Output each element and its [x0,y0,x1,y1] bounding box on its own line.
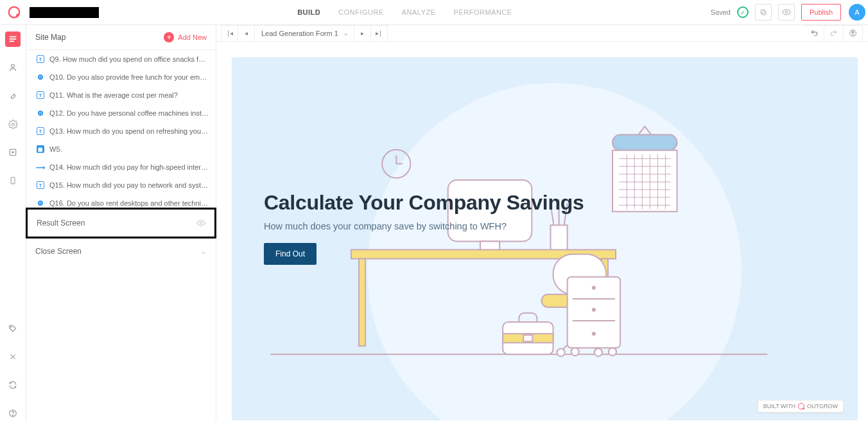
sidebar-item[interactable]: TQ15. How much did you pay to network an… [26,176,216,194]
svg-point-56 [592,308,596,312]
rail-mobile-icon[interactable] [5,173,21,188]
project-name-redacted: Snowflake Demo [30,7,99,18]
svg-point-49 [557,348,565,356]
page-selector[interactable]: Lead Generation Form 1 [255,25,354,42]
outgrow-logo-icon [6,4,22,20]
last-page-button[interactable]: ▸∣ [371,25,388,42]
svg-point-57 [592,332,596,336]
sidebar-item-label: Q11. What is the average cost per meal? [49,91,209,99]
sidebar-item-label: Q9. How much did you spend on office sna… [49,55,209,63]
redo-button[interactable] [824,25,844,42]
svg-point-13 [11,327,12,327]
sidebar-item-label: Q12. Do you have personal coffee machine… [49,109,209,117]
svg-point-16 [200,222,202,224]
canvas-toolbar: ∣◂ ◂ Lead Generation Form 1 ▸ ▸∣ [216,25,868,42]
rail-refresh-icon[interactable] [5,377,21,393]
nav-performance[interactable]: PERFORMANCE [454,8,512,16]
result-screen-section[interactable]: Result Screen [26,208,216,238]
sidebar-item-label: Q14. How much did you pay for high-speed… [49,163,209,171]
sidebar-item-label: Q15. How much did you pay to network and… [49,181,209,189]
svg-point-4 [785,11,788,13]
sidebar-item-label: Q16. Do you also rent desktops and other… [49,199,209,207]
svg-point-58 [571,348,579,355]
top-nav: BUILD CONFIGURE ANALYZE PERFORMANCE [99,8,711,16]
sidebar-item-label: Q10. Do you also provide free lunch for … [49,73,209,81]
user-avatar[interactable]: A [849,4,865,21]
badge-text: BUILT WITH [763,403,795,409]
cta-button[interactable]: Find Out [264,243,317,265]
radio-question-icon [38,75,43,80]
rail-download-icon[interactable] [5,145,21,160]
svg-point-15 [13,415,13,415]
svg-rect-2 [762,11,766,15]
svg-point-8 [12,64,15,67]
svg-rect-22 [612,150,677,211]
topbar-right: Saved ✓ Publish A [711,4,862,21]
close-screen-section[interactable]: Close Screen ⌄ [26,238,216,264]
svg-point-55 [592,286,596,290]
publish-button[interactable]: Publish [801,4,841,21]
welcome-screen-icon: ▦ [37,145,44,153]
rail-tools-icon[interactable] [5,349,21,364]
sidebar-item[interactable]: Q12. Do you have personal coffee machine… [26,104,216,122]
add-new-label: Add New [178,33,207,41]
rail-builder-icon[interactable] [5,31,21,47]
sidebar-item[interactable]: TQ9. How much did you spend on office sn… [26,50,216,68]
accessibility-button[interactable] [844,25,863,42]
hero-title[interactable]: Calculate Your Company Savings [264,191,584,215]
add-new-button[interactable]: + Add New [164,32,207,42]
first-page-button[interactable]: ∣◂ [221,25,238,42]
rail-paint-icon[interactable] [5,88,21,103]
result-screen-label: Result Screen [37,219,85,228]
sidebar-item-label: Q13. How much do you spend on refreshing… [49,127,209,135]
rail-help-icon[interactable] [5,406,21,421]
close-screen-label: Close Screen [35,247,82,256]
hero-content: Calculate Your Company Savings How much … [264,191,584,265]
topbar: Snowflake Demo BUILD CONFIGURE ANALYZE P… [0,0,868,25]
sidebar-item[interactable]: TQ13. How much do you spend on refreshin… [26,122,216,140]
svg-rect-6 [10,39,17,40]
svg-point-59 [609,348,616,355]
saved-label: Saved [711,8,731,16]
radio-question-icon [38,201,43,206]
hero-subtitle[interactable]: How much does your company save by switc… [264,221,584,231]
svg-point-9 [12,123,14,125]
left-rail [0,25,26,421]
copy-button[interactable] [755,4,772,21]
rail-settings-icon[interactable] [5,116,21,132]
svg-point-1 [16,13,19,17]
built-with-badge[interactable]: BUILT WITH OUTGROW [758,400,844,413]
sidebar-item[interactable]: ⟿Q14. How much did you pay for high-spee… [26,158,216,176]
sidebar-item[interactable]: ▦W5. [26,140,216,158]
sidebar-item[interactable]: TQ11. What is the average cost per meal? [26,86,216,104]
svg-point-51 [595,348,602,356]
nav-configure[interactable]: CONFIGURE [338,8,384,16]
nav-analyze[interactable]: ANALYZE [402,8,436,16]
preview-button[interactable] [778,4,795,21]
chevron-down-icon: ⌄ [200,247,207,256]
svg-rect-7 [10,40,14,42]
svg-point-18 [853,31,854,32]
sidebar-item[interactable]: Q16. Do you also rent desktops and other… [26,194,216,208]
sidebar-list[interactable]: TQ9. How much did you spend on office sn… [26,50,216,208]
text-question-icon: T [37,127,44,135]
svg-rect-5 [10,36,17,37]
welcome-screen-preview[interactable]: Calculate Your Company Savings How much … [232,57,858,420]
sidebar-title: Site Map [35,33,65,42]
text-question-icon: T [37,91,44,99]
saved-check-icon: ✓ [737,6,749,18]
sidebar-item[interactable]: Q10. Do you also provide free lunch for … [26,68,216,86]
rail-tag-icon[interactable] [5,321,21,336]
next-page-button[interactable]: ▸ [354,25,371,42]
nav-build[interactable]: BUILD [297,8,320,16]
text-question-icon: T [37,181,44,189]
rail-user-icon[interactable] [5,60,21,75]
undo-button[interactable] [805,25,824,42]
visibility-icon[interactable] [196,219,205,228]
canvas-area: ∣◂ ◂ Lead Generation Form 1 ▸ ▸∣ [216,25,868,421]
svg-rect-21 [612,135,677,150]
svg-rect-43 [359,259,365,346]
svg-rect-3 [761,10,765,13]
prev-page-button[interactable]: ◂ [238,25,255,42]
sidebar-header: Site Map + Add New [26,25,216,50]
